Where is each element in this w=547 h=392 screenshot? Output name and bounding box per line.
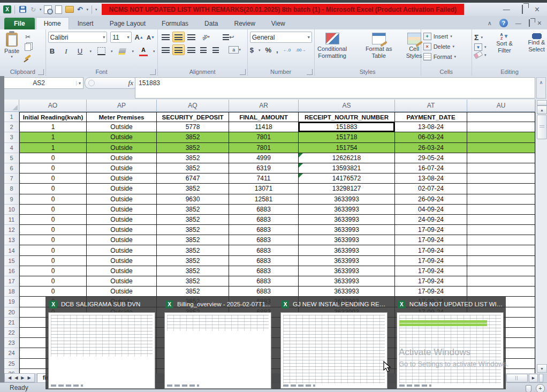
cell-AT7[interactable]: 13-08-24 — [395, 174, 467, 184]
center-button[interactable] — [172, 44, 185, 55]
cell-AS1[interactable]: RECEIPT_NO/UTR_NUMBER — [299, 112, 395, 122]
row-header-7[interactable]: 7 — [4, 174, 19, 184]
conditional-formatting-button[interactable]: Conditional Formatting — [307, 32, 358, 69]
formula-input[interactable]: 151883 — [135, 77, 535, 99]
cell-AP11[interactable]: Outside — [87, 215, 157, 225]
cell-AQ18[interactable]: 3852 — [157, 287, 229, 297]
cell-AQ3[interactable]: 3852 — [157, 132, 229, 142]
row-header-18[interactable]: 18 — [4, 287, 19, 297]
prev-sheet-button[interactable]: ◀ — [14, 375, 18, 380]
cell-AO4[interactable]: 1 — [19, 143, 87, 153]
merge-center-button[interactable]: a▾ — [226, 45, 244, 55]
cell-AO17[interactable]: 0 — [19, 276, 87, 287]
autosum-button[interactable]: Σ▾ — [474, 33, 483, 42]
number-format-combo[interactable]: General▾ — [250, 32, 312, 43]
preview-thumbnail[interactable] — [280, 312, 388, 389]
undo-button[interactable]: ↶ — [76, 5, 85, 14]
cell-AS16[interactable]: 3633993 — [299, 266, 395, 276]
cell-AQ5[interactable]: 3852 — [157, 153, 229, 163]
row-header-2[interactable]: 2 — [4, 122, 19, 132]
cell-AT12[interactable]: 17-09-24 — [395, 225, 467, 235]
save-button[interactable] — [18, 5, 27, 14]
top-align-button[interactable] — [160, 32, 171, 42]
increase-indent-button[interactable] — [210, 45, 222, 55]
cell-AO8[interactable]: 0 — [19, 184, 87, 194]
cell-AR18[interactable]: 6883 — [229, 287, 299, 297]
tab-review[interactable]: Review — [226, 18, 262, 29]
cell-AP12[interactable]: Outside — [87, 225, 157, 235]
font-dialog-launcher[interactable] — [150, 69, 156, 75]
cell-AU5[interactable] — [467, 153, 535, 163]
align-right-button[interactable] — [186, 45, 197, 55]
cell-AO5[interactable]: 0 — [19, 153, 87, 163]
row-header-11[interactable]: 11 — [4, 215, 19, 225]
cell-AP2[interactable]: Outside — [87, 122, 157, 132]
cell-AR15[interactable]: 6883 — [229, 256, 299, 266]
cell-AS18[interactable]: 3633993 — [299, 287, 395, 297]
cell-AS10[interactable]: 3633993 — [299, 205, 395, 215]
cell-AP17[interactable]: Outside — [87, 276, 157, 287]
open-button[interactable] — [65, 5, 74, 14]
taskbar-preview-3[interactable]: XGJ NEW INSTAL PENDING REG 0... — [279, 298, 388, 388]
cell-AQ2[interactable]: 5778 — [157, 122, 229, 132]
format-painter-button[interactable] — [24, 54, 32, 61]
cell-AQ12[interactable]: 3852 — [157, 225, 229, 235]
cell-AQ11[interactable]: 3852 — [157, 215, 229, 225]
column-header-AU[interactable]: AU — [467, 100, 535, 112]
cell-AS12[interactable]: 3633993 — [299, 225, 395, 235]
copy-button[interactable] — [24, 43, 32, 51]
accounting-dropdown[interactable]: ▾ — [259, 48, 261, 52]
row-header-6[interactable]: 6 — [4, 163, 19, 174]
font-color-button[interactable]: A — [139, 46, 148, 56]
row-header-13[interactable]: 13 — [4, 235, 19, 245]
number-dialog-launcher[interactable] — [307, 69, 313, 75]
vertical-scrollbar[interactable]: ▲ ▼ — [535, 100, 547, 373]
column-header-AS[interactable]: AS — [299, 100, 395, 112]
row-header-21[interactable]: 21 — [4, 318, 19, 328]
cell-AR10[interactable]: 6883 — [229, 205, 299, 215]
format-as-table-button[interactable]: Format as Table — [362, 32, 396, 69]
delete-cells-button[interactable]: ×Delete▾ — [423, 43, 469, 50]
tab-data[interactable]: Data — [197, 18, 225, 29]
format-cells-button[interactable]: Format▾ — [423, 53, 469, 61]
cell-AU17[interactable] — [467, 276, 535, 287]
middle-align-button[interactable] — [172, 32, 185, 42]
cell-AQ15[interactable]: 3852 — [157, 256, 229, 266]
cell-AT1[interactable]: PAYMENT_DATE — [395, 112, 467, 122]
italic-button[interactable]: I — [62, 47, 71, 56]
scroll-up-button[interactable]: ▲ — [537, 105, 547, 114]
customize-qat-dropdown[interactable]: ▾ — [95, 7, 97, 12]
row-header-19[interactable]: 19 — [4, 297, 19, 307]
cell-AS4[interactable]: 151754 — [299, 143, 395, 153]
cell-AQ1[interactable]: SECURITY_DEPOSIT — [157, 112, 229, 122]
cell-AO14[interactable]: 0 — [19, 245, 87, 255]
cell-AU12[interactable] — [467, 225, 535, 235]
tab-page-layout[interactable]: Page Layout — [102, 18, 153, 29]
fill-color-dropdown[interactable]: ▾ — [132, 49, 134, 54]
cell-AS9[interactable]: 3633993 — [299, 194, 395, 205]
row-header-20[interactable]: 20 — [4, 307, 19, 318]
row-header-17[interactable]: 17 — [4, 276, 19, 287]
insert-function-button[interactable]: fx — [85, 77, 138, 89]
cell-AU10[interactable] — [467, 205, 535, 215]
comma-style-button[interactable]: , — [276, 46, 278, 54]
restore-button[interactable] — [522, 6, 523, 13]
cell-AT11[interactable]: 24-09-24 — [395, 215, 467, 225]
paste-dropdown[interactable]: ▾ — [11, 55, 13, 59]
decrease-decimal-button[interactable]: .00→ — [295, 48, 306, 52]
select-all-corner[interactable] — [4, 100, 19, 112]
cell-AP5[interactable]: Outside — [87, 153, 157, 163]
horizontal-scroll-thumb[interactable] — [506, 374, 528, 382]
workbook-restore-button[interactable] — [529, 20, 530, 26]
cell-AP9[interactable]: Outside — [87, 194, 157, 205]
last-sheet-button[interactable]: ▶ — [27, 375, 31, 380]
row-header-9[interactable]: 9 — [4, 194, 19, 205]
cell-AO7[interactable]: 0 — [19, 174, 87, 184]
cell-AU7[interactable] — [467, 174, 535, 184]
column-header-AR[interactable]: AR — [229, 100, 299, 112]
cell-AO13[interactable]: 0 — [19, 235, 87, 245]
font-name-dropdown[interactable]: ▾ — [103, 35, 105, 40]
bold-button[interactable]: B — [48, 47, 57, 56]
cell-AT2[interactable]: 13-08-24 — [395, 122, 467, 132]
cell-AP4[interactable]: Outside — [87, 143, 157, 153]
